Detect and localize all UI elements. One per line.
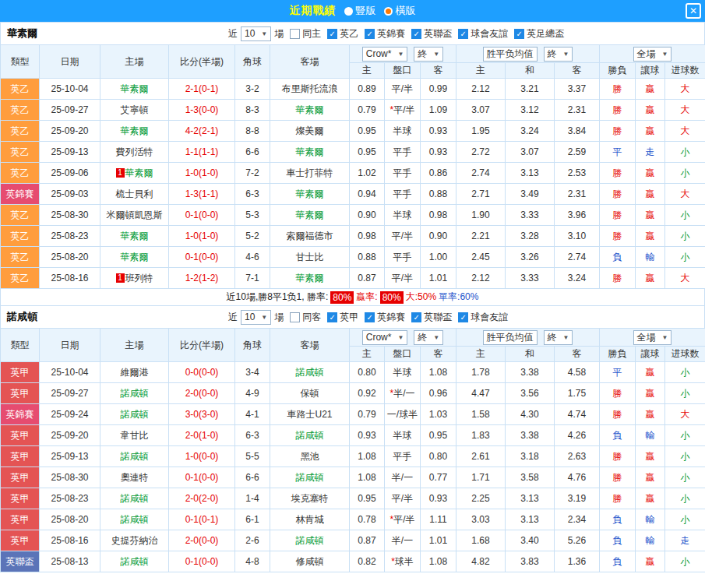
wdl-result-cell: 勝 [600,404,636,425]
avg-draw-cell: 4.30 [506,404,555,425]
filter-checkbox[interactable]: ✓英錦賽 [365,27,405,40]
filter-checkbox[interactable]: ✓英聯盃 [411,27,452,40]
layout-radio-option[interactable]: 豎版 [344,4,376,18]
handicap-text: 平手 [393,451,412,462]
close-button[interactable]: ✕ [686,3,701,19]
handicap-text: 平/半 [393,104,414,115]
filter-checkbox[interactable]: ✓英聯盃 [411,311,452,324]
fulltime-select[interactable]: 全場▼ [633,330,672,345]
wdl-result-cell: 負 [600,551,636,572]
corners-cell: 5-5 [235,446,270,467]
sub-column-header: 主 [456,63,506,79]
avg-draw-cell: 3.13 [506,163,555,184]
filter-checkbox[interactable]: ✓英乙 [327,27,358,40]
checkbox-label: 英錦賽 [377,311,405,324]
bookmaker-select[interactable]: Crow*▼ [362,47,408,62]
fulltime-select[interactable]: 全場▼ [633,47,672,62]
avg-home-cell: 2.72 [456,142,506,163]
team-name-text: 米爾頓凱恩斯 [107,209,163,220]
filter-bar: 華素爾近10▼場同主✓英乙✓英錦賽✓英聯盃✓球會友誼✓英足總盃 [0,22,705,45]
score-cell: 1-3(0-0) [169,100,235,121]
home-odds-cell: 0.93 [350,425,385,446]
column-header: 主場 [100,45,169,79]
avg-home-cell: 1.68 [456,530,506,551]
date-cell: 25-08-20 [40,509,100,530]
layout-radio-selected[interactable]: 橫版 [384,4,416,18]
avg-away-cell: 3.37 [555,79,600,100]
league-cell: 英甲 [1,530,40,551]
sub-column-header: 主 [456,347,506,362]
score-cell: 4-2(2-1) [169,121,235,142]
away-team-cell: 車士打菲特 [270,163,350,184]
avg-label-box[interactable]: 胜平负均值 [483,47,538,62]
select-value: Crow* [366,48,392,60]
handicap-cell: 平/半 [385,488,421,509]
sub-column-header: 进球数 [665,347,705,362]
away-odds-cell: 1.01 [421,268,456,289]
filter-checkbox[interactable]: 同客 [290,311,321,324]
avg-final-select[interactable]: 終▼ [544,47,573,62]
away-team-cell: 林肯城 [270,509,350,530]
odds-final-select[interactable]: 終▼ [414,330,443,345]
home-team-cell: 梳士貝利 [100,184,169,205]
match-row: 英乙25-09-27艾寧頓1-3(0-0)8-3華素爾0.79*平/半1.093… [1,100,705,121]
date-cell: 25-10-04 [40,362,100,383]
filter-checkbox[interactable]: ✓球會友誼 [458,311,508,324]
avg-label-box[interactable]: 胜平负均值 [483,330,538,345]
chevron-down-icon: ▼ [662,332,668,343]
titlebar-center: 近期戰績 豎版橫版 [290,4,416,18]
goals-result-cell: 大 [665,184,705,205]
match-row: 英乙25-08-30米爾頓凱恩斯0-1(0-0)5-3華素爾0.90半球0.98… [1,205,705,226]
home-team-cell: 諾咸頓 [100,509,169,530]
filter-checkbox[interactable]: 同主 [290,27,321,40]
team-name-text: 史提芬納治 [111,535,158,546]
avg-away-cell: 3.24 [555,268,600,289]
home-odds-cell: 0.79 [350,100,385,121]
odds-final-select[interactable]: 終▼ [414,47,443,62]
home-odds-cell: 0.90 [350,205,385,226]
summary-segment: 單率:60% [439,290,478,304]
bookmaker-select[interactable]: Crow*▼ [362,330,408,345]
goals-result-cell: 小 [665,362,705,383]
wdl-result-cell: 負 [600,425,636,446]
avg-away-cell: 3.10 [555,226,600,247]
goals-result-cell: 小 [665,383,705,404]
filter-checkbox[interactable]: ✓英足總盃 [514,27,564,40]
avg-final-select[interactable]: 終▼ [544,330,573,345]
avg-away-cell: 2.59 [555,142,600,163]
handicap-text: 半/一 [393,388,414,399]
chevron-down-icon: ▼ [662,48,668,60]
filter-checkbox[interactable]: ✓球會友誼 [458,27,508,40]
handicap-cell: 半/一 [385,467,421,488]
league-cell: 英甲 [1,488,40,509]
home-team-cell: 諾咸頓 [100,404,169,425]
away-team-cell: 黑池 [270,446,350,467]
focus-team-name: 華素爾 [125,167,153,178]
away-odds-cell: 1.03 [421,404,456,425]
date-cell: 25-09-27 [40,100,100,121]
goals-result-cell: 大 [665,100,705,121]
chevron-down-icon: ▼ [261,312,267,323]
handicap-text: 半/一 [392,535,413,546]
avg-away-cell: 3.19 [555,488,600,509]
recent-count-select[interactable]: 10▼ [241,310,271,325]
checkbox-icon: ✓ [327,312,337,322]
filter-checkbox[interactable]: ✓英甲 [327,311,358,324]
focus-team-name: 諾咸頓 [121,556,149,567]
recent-count-select[interactable]: 10▼ [241,26,271,41]
match-row: 英錦賽25-09-03梳士貝利1-3(1-1)6-3華素爾0.94平手0.882… [1,184,705,205]
checkbox-label: 同客 [302,311,321,324]
avg-away-cell: 2.63 [555,446,600,467]
focus-team-name: 諾咸頓 [121,451,149,462]
odds-group-header: Crow*▼終▼ [350,329,456,347]
sub-column-header: 和 [506,347,555,362]
match-row: 英乙25-09-20華素爾4-2(2-1)8-8燦美爾0.95半球0.931.9… [1,121,705,142]
home-odds-cell: 0.88 [350,247,385,268]
goals-result-cell: 小 [665,205,705,226]
filter-checkbox[interactable]: ✓英錦賽 [365,311,405,324]
away-team-cell: 車路士U21 [270,404,350,425]
handicap-cell: *平/半 [385,100,421,121]
select-value: 10 [245,312,255,323]
away-odds-cell: 1.11 [421,509,456,530]
corners-cell: 4-9 [235,383,270,404]
